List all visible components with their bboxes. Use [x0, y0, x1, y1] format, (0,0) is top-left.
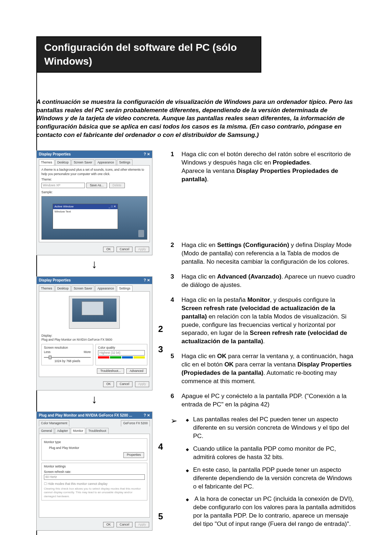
title-bar-controls: ? ✕: [144, 413, 150, 418]
properties-button[interactable]: Properties: [123, 452, 144, 458]
tab-color-management[interactable]: Color Management: [39, 420, 69, 426]
window-controls: _ □ ✕: [109, 205, 116, 209]
monitor-type-legend: Monitor type: [44, 440, 145, 444]
res-less: Less: [44, 350, 50, 354]
step-number: 1: [171, 150, 176, 184]
tab-screensaver[interactable]: Screen Saver: [72, 285, 95, 291]
save-as-button[interactable]: Save As...: [86, 183, 107, 188]
notes-section: ➢ Las pantallas reales del PC pueden ten…: [171, 416, 356, 533]
tab-appearance[interactable]: Appearance: [95, 159, 116, 165]
step-5: 5 Haga clic en OK para cerrar la ventana…: [171, 352, 356, 386]
tab-themes[interactable]: Themes: [39, 285, 54, 291]
step-number: 5: [171, 352, 176, 386]
page-title: Configuración del software del PC (sólo …: [36, 36, 261, 73]
dialog-title: Display Properties: [39, 152, 71, 157]
callout-5: 5: [158, 511, 163, 522]
hide-modes-checkbox[interactable]: ☐: [44, 482, 48, 486]
step-4: 4 Haga clic en la pestaña Monitor, y des…: [171, 296, 356, 346]
callout-4: 4: [158, 441, 163, 453]
tab-geforce[interactable]: GeForce FX 5200: [121, 420, 150, 426]
tab-settings[interactable]: Settings: [117, 285, 132, 291]
resolution-slider[interactable]: [44, 357, 91, 358]
callout-2: 2: [158, 323, 163, 335]
screenshot-display-properties-themes: Display Properties ? ✕ Themes Desktop Sc…: [36, 150, 152, 255]
step-1: 1 Haga clic con el botón derecho del rat…: [171, 150, 356, 184]
dialog-title: Plug and Play Monitor and NVIDIA GeForce…: [39, 413, 132, 418]
tab-general[interactable]: General: [39, 428, 54, 434]
res-more: More: [84, 350, 91, 354]
monitor-type-value: Plug and Play Monitor: [49, 446, 145, 450]
note-item: Las pantallas reales del PC pueden tener…: [193, 416, 356, 441]
theme-description: A theme is a background plus a set of so…: [41, 168, 147, 176]
window-text: Window Text: [53, 209, 118, 215]
screen-resolution-legend: Screen resolution: [44, 346, 91, 350]
dialog-title: Display Properties: [39, 278, 71, 283]
tab-settings[interactable]: Settings: [117, 159, 132, 165]
step-number: 6: [171, 392, 176, 409]
color-quality-select[interactable]: Highest (32 bit): [98, 350, 145, 356]
title-bar-controls: ? ✕: [144, 278, 150, 283]
active-window-title: Active Window: [54, 205, 73, 209]
resolution-value: 1024 by 768 pixels: [44, 359, 91, 363]
tab-desktop[interactable]: Desktop: [55, 159, 71, 165]
ok-button[interactable]: OK: [103, 247, 114, 252]
step-2: 2 Haga clic en Settings (Configuración) …: [171, 241, 356, 266]
step-number: 2: [171, 241, 176, 266]
cancel-button[interactable]: Cancel: [117, 247, 132, 252]
arrow-down-icon: ↓: [36, 393, 152, 405]
screenshot-display-properties-settings: Display Properties ? ✕ Themes Desktop Sc…: [36, 276, 152, 390]
title-bar-controls: ? ✕: [144, 152, 150, 157]
tab-themes[interactable]: Themes: [39, 159, 54, 165]
screenshot-monitor-properties: Plug and Play Monitor and NVIDIA GeForce…: [36, 412, 152, 531]
step-3: 3 Haga clic en Advanced (Avanzado). Apar…: [171, 273, 356, 289]
sample-label: Sample:: [41, 190, 147, 194]
tab-monitor[interactable]: Monitor: [71, 428, 85, 434]
apply-button[interactable]: Apply: [135, 381, 149, 387]
refresh-rate-label: Screen refresh rate:: [44, 470, 145, 474]
tab-screensaver[interactable]: Screen Saver: [72, 159, 95, 165]
theme-preview: Active Window _ □ ✕ Window Text: [41, 196, 147, 240]
troubleshoot-button[interactable]: Troubleshoot...: [97, 368, 124, 374]
apply-button[interactable]: Apply: [135, 247, 149, 252]
step-number: 3: [171, 273, 176, 289]
tab-adapter[interactable]: Adapter: [55, 428, 70, 434]
step-6: 6 Apague el PC y conéctelo a la pantalla…: [171, 392, 356, 409]
arrow-down-icon: ↓: [36, 258, 152, 270]
cancel-button[interactable]: Cancel: [117, 381, 132, 387]
display-value: Plug and Play Monitor on NVIDIA GeForce …: [41, 338, 147, 342]
refresh-rate-select[interactable]: 60 Hertz: [44, 474, 145, 480]
note-item: Cuando utilice la pantalla PDP como moni…: [193, 445, 356, 462]
step-number: 4: [171, 296, 176, 346]
color-quality-legend: Color quality: [98, 346, 145, 350]
advanced-button[interactable]: Advanced: [126, 368, 147, 374]
pointing-hand-icon: ➢: [171, 416, 177, 533]
callout-3: 3: [158, 344, 163, 355]
intro-paragraph: A continuación se muestra la configuraci…: [36, 98, 356, 140]
apply-button[interactable]: Apply: [135, 522, 149, 527]
hide-modes-label: Hide modes that this monitor cannot disp…: [48, 482, 107, 486]
tab-appearance[interactable]: Appearance: [95, 285, 116, 291]
note-item: En este caso, la pantalla PDP puede tene…: [193, 466, 356, 491]
tab-troubleshoot[interactable]: Troubleshoot: [86, 428, 108, 434]
cancel-button[interactable]: Cancel: [117, 522, 132, 527]
theme-select[interactable]: Windows XP: [41, 183, 85, 188]
theme-label: Theme:: [41, 178, 147, 182]
recycle-bin-icon: [138, 230, 144, 237]
note-item: A la hora de conectar un PC (incluida la…: [193, 495, 356, 528]
hide-modes-note: Clearing this check box allows you to se…: [44, 487, 145, 499]
tab-desktop[interactable]: Desktop: [55, 285, 71, 291]
delete-button[interactable]: Delete: [109, 183, 125, 188]
monitor-settings-legend: Monitor settings: [44, 465, 145, 469]
ok-button[interactable]: OK: [103, 381, 114, 387]
display-label: Display:: [41, 334, 147, 338]
ok-button[interactable]: OK: [103, 522, 114, 527]
monitor-preview: [69, 296, 120, 329]
